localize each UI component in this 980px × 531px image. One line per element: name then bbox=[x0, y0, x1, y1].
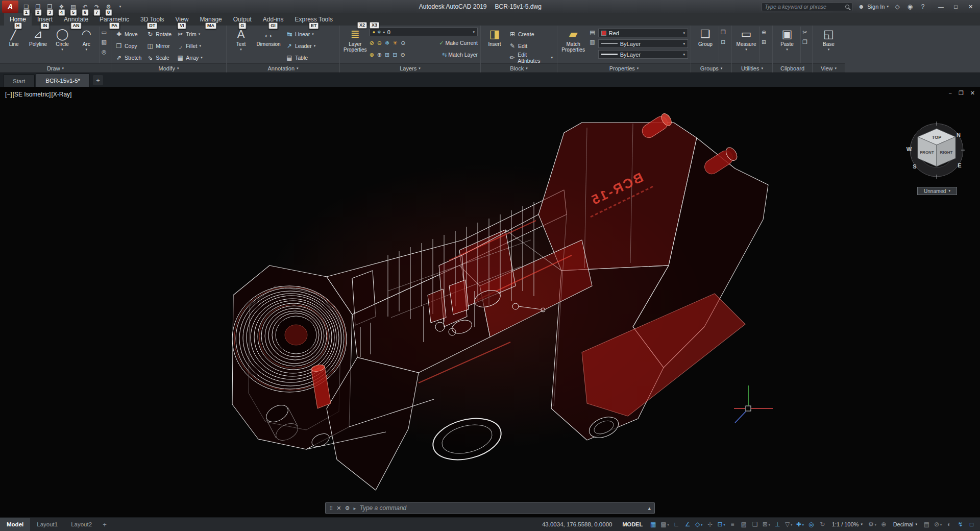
flyout-caret-icon[interactable]: ▾ bbox=[802, 523, 804, 526]
fillet-button[interactable]: ◞Fillet▾ bbox=[175, 40, 204, 52]
arc-button[interactable]: ◠Arc▾ bbox=[75, 27, 97, 63]
create-block-button[interactable]: ⊞Create bbox=[507, 28, 554, 40]
app-store-icon[interactable]: ◇ bbox=[893, 3, 901, 10]
qsave-button[interactable]: ❒3 bbox=[45, 2, 55, 12]
clean-screen-button[interactable]: □ bbox=[966, 519, 977, 530]
layer-merge-icon[interactable]: ⊟ bbox=[393, 52, 397, 58]
dimension-button[interactable]: ↔Dimension bbox=[254, 27, 283, 63]
doc-restore-button[interactable]: ❐ bbox=[959, 90, 964, 96]
units-button[interactable]: Decimal▾ bbox=[890, 519, 921, 530]
maximize-button[interactable]: □ bbox=[948, 1, 963, 12]
flyout-caret-icon[interactable]: ▾ bbox=[769, 523, 770, 526]
viewport-visual-style-control[interactable]: [X-Ray] bbox=[51, 91, 71, 98]
layer-properties-button[interactable]: ≣Layer Properties bbox=[342, 27, 368, 63]
text-button[interactable]: AText▾ bbox=[229, 27, 253, 63]
line-button[interactable]: ╱Line bbox=[3, 27, 25, 63]
chevron-down-icon[interactable]: ▾ bbox=[861, 522, 863, 526]
rectangle-tool-icon[interactable]: ▭ bbox=[102, 29, 107, 36]
object-snap-toggle[interactable]: ⊡▾ bbox=[716, 519, 727, 530]
make-current-button[interactable]: ✓Make Current bbox=[439, 40, 478, 46]
annotation-visibility-toggle[interactable]: ◎ bbox=[806, 519, 817, 530]
tab-output[interactable]: OutputG bbox=[228, 13, 257, 26]
paste-button[interactable]: ▣Paste▾ bbox=[775, 27, 799, 63]
copy-button[interactable]: ❐Copy bbox=[114, 40, 143, 52]
layer-thaw-icon[interactable]: ☀ bbox=[393, 40, 398, 46]
compass-north[interactable]: N bbox=[957, 132, 961, 138]
groups-panel-footer[interactable]: Groups▾ bbox=[691, 63, 731, 73]
viewcube[interactable]: TOP FRONT RIGHT N E S W bbox=[898, 110, 975, 187]
close-button[interactable]: ✕ bbox=[963, 1, 978, 12]
file-tab-start[interactable]: Start bbox=[3, 75, 35, 87]
group-button[interactable]: ❑Group bbox=[694, 27, 717, 63]
workspace-switching-button[interactable]: ⚙▾ bbox=[867, 519, 878, 530]
new-drawing-tab-button[interactable]: + bbox=[93, 75, 103, 85]
communication-center-icon[interactable]: ◉ bbox=[906, 3, 914, 10]
view-panel-footer[interactable]: View▾ bbox=[813, 63, 845, 73]
layer-walk-icon[interactable]: ⊞ bbox=[385, 52, 389, 58]
layer-on-icon[interactable]: ⊙ bbox=[401, 40, 405, 46]
search-box[interactable] bbox=[762, 3, 852, 11]
table-button[interactable]: ▤Table bbox=[284, 52, 317, 63]
lineweight-toggle[interactable]: ≡ bbox=[727, 519, 738, 530]
qnew-button[interactable]: ❏1 bbox=[21, 2, 31, 12]
rotate-button[interactable]: ↻Rotate bbox=[145, 28, 173, 40]
layer-tools-row-2[interactable]: ⊜⊕⊞⊟⊝ bbox=[370, 52, 405, 58]
quick-calc-icon[interactable]: ⊞ bbox=[762, 39, 766, 45]
ellipse-tool-icon[interactable]: ◎ bbox=[102, 49, 107, 55]
doc-close-button[interactable]: ✕ bbox=[970, 90, 975, 96]
flyout-caret-icon[interactable]: ▾ bbox=[940, 523, 942, 526]
sign-in-button[interactable]: ☻ Sign In ▾ bbox=[857, 3, 889, 10]
layer-lock-icon[interactable]: ⊕ bbox=[377, 52, 382, 58]
help-icon[interactable]: ? bbox=[919, 3, 927, 10]
group-edit-icon[interactable]: ⊡ bbox=[721, 39, 726, 45]
measure-button[interactable]: ▭Measure▾ bbox=[734, 27, 758, 63]
search-input[interactable] bbox=[765, 4, 843, 10]
flyout-caret-icon[interactable]: ▾ bbox=[701, 523, 702, 526]
chevron-down-icon[interactable]: ▾ bbox=[683, 31, 685, 35]
file-tab-drawing[interactable]: BCR-15v1-5* bbox=[36, 74, 90, 87]
plot-button[interactable]: ▤5 bbox=[68, 2, 78, 12]
tab-parametric[interactable]: ParametricPA bbox=[94, 13, 135, 26]
save-as-button[interactable]: ❖4 bbox=[57, 2, 66, 12]
cut-icon[interactable]: ✂ bbox=[802, 29, 807, 36]
gizmo-toggle[interactable]: ✚▾ bbox=[795, 519, 805, 530]
undo-button[interactable]: ↶6 bbox=[80, 2, 90, 12]
open-button[interactable]: ❐2 bbox=[33, 2, 43, 12]
model-tab[interactable]: Model bbox=[0, 518, 30, 531]
hatch-tool-icon[interactable]: ▧ bbox=[102, 39, 107, 45]
command-close-icon[interactable]: ✕ bbox=[336, 505, 341, 512]
workspace-button[interactable]: ⚙8 bbox=[104, 2, 113, 12]
ortho-toggle[interactable]: ∟ bbox=[671, 519, 682, 530]
model-space-button[interactable]: MODEL bbox=[618, 521, 647, 527]
command-line-grip[interactable]: ⠿ bbox=[329, 505, 333, 511]
layer-isolate-icon[interactable]: ⊖ bbox=[377, 40, 382, 46]
command-history-icon[interactable]: ▴ bbox=[648, 505, 651, 512]
match-layer-button[interactable]: ⇆Match Layer bbox=[442, 52, 478, 58]
isometric-drafting-toggle[interactable]: ◇▾ bbox=[694, 519, 704, 530]
compass-east[interactable]: E bbox=[958, 162, 961, 168]
flyout-caret-icon[interactable]: ▾ bbox=[724, 523, 725, 526]
leader-button[interactable]: ↗Leader▾ bbox=[284, 40, 317, 52]
properties-list-icon[interactable]: ▤ bbox=[590, 29, 595, 36]
move-button[interactable]: ✚Move bbox=[114, 28, 143, 40]
layer-off-icon[interactable]: ⊘ bbox=[370, 40, 374, 46]
lineweight-combo[interactable]: ByLayer▾ bbox=[598, 50, 688, 59]
3d-object-snap-toggle[interactable]: ⊠▾ bbox=[761, 519, 772, 530]
annotation-monitor-toggle[interactable]: ⊕ bbox=[878, 519, 889, 530]
layout1-tab[interactable]: Layout1 bbox=[30, 518, 64, 531]
clipboard-panel-footer[interactable]: Clipboard bbox=[773, 63, 812, 73]
layer-tools-row-1[interactable]: ⊘⊖❄☀⊙ bbox=[370, 40, 406, 46]
command-customize-icon[interactable]: ⚙ bbox=[345, 505, 350, 512]
drawing-area[interactable]: BCR-15 [−] [SE Isometric] [X-Ray] − ❐ ✕ bbox=[0, 87, 980, 517]
compass-west[interactable]: W bbox=[906, 146, 912, 152]
polyline-button[interactable]: ⊿Polyline bbox=[27, 27, 49, 63]
viewport-minimize-control[interactable]: [−] bbox=[5, 91, 12, 98]
linear-dimension-button[interactable]: ↹Linear▾ bbox=[284, 28, 317, 40]
chevron-down-icon[interactable]: ▾ bbox=[915, 522, 917, 526]
layer-unisolate-icon[interactable]: ⊜ bbox=[370, 52, 374, 58]
viewcube-view-name[interactable]: Unnamed ▾ bbox=[917, 187, 957, 195]
mirror-button[interactable]: ◫Mirror bbox=[145, 40, 173, 52]
annotation-panel-footer[interactable]: Annotation▾ bbox=[227, 63, 339, 73]
utilities-panel-footer[interactable]: Utilities▾ bbox=[732, 63, 772, 73]
scale-button[interactable]: ⇘Scale bbox=[145, 52, 173, 63]
